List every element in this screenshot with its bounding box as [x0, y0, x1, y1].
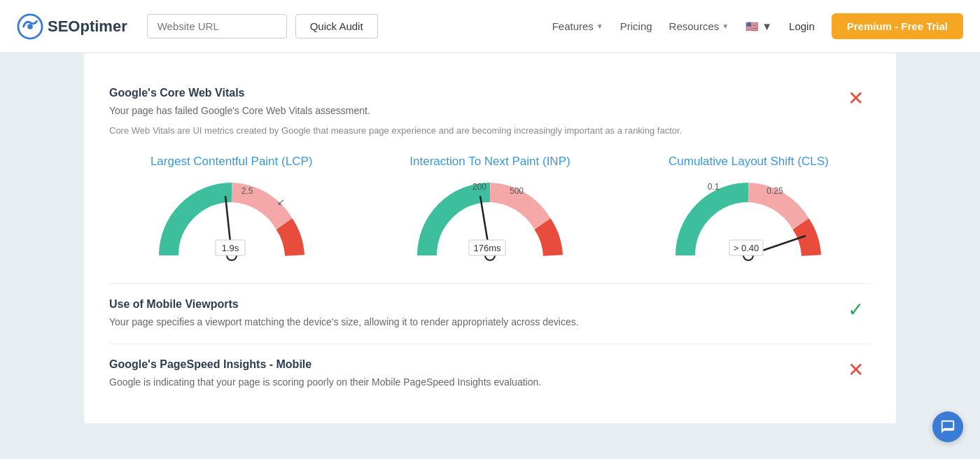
mobile-viewports-desc: Your page specifies a viewport matching …: [109, 315, 739, 330]
lcp-gauge-wrap: 2.5 1.9s ↙: [155, 178, 309, 269]
navbar: SEOptimer Quick Audit Features ▼ Pricing…: [0, 0, 980, 53]
svg-text:0.1: 0.1: [708, 182, 720, 192]
core-web-vitals-status-icon: ✕: [848, 87, 864, 110]
svg-text:176ms: 176ms: [473, 243, 501, 253]
mobile-viewports-status-icon: ✓: [848, 298, 864, 321]
svg-text:↙: ↙: [277, 197, 285, 207]
sidebar-right: [938, 53, 980, 423]
main-content: ✕ Google's Core Web Vitals Your page has…: [42, 53, 938, 423]
pagespeed-mobile-section: ✕ Google's PageSpeed Insights - Mobile G…: [109, 344, 871, 404]
inp-gauge: Interaction To Next Paint (INP) 200 500: [368, 155, 612, 269]
inp-title: Interaction To Next Paint (INP): [410, 155, 570, 169]
lcp-gauge: Largest Contentful Paint (LCP): [109, 155, 354, 269]
svg-text:1.9s: 1.9s: [221, 243, 239, 253]
url-input[interactable]: [147, 14, 287, 38]
flag-icon: 🇺🇸: [746, 20, 759, 33]
nav-pricing[interactable]: Pricing: [620, 20, 652, 32]
core-web-vitals-desc: Your page has failed Google's Core Web V…: [109, 104, 739, 118]
quick-audit-button[interactable]: Quick Audit: [295, 14, 378, 38]
features-chevron-icon: ▼: [596, 22, 603, 30]
sidebar: [0, 53, 42, 423]
lcp-gauge-svg: 2.5 1.9s ↙: [155, 178, 309, 269]
nav-features[interactable]: Features ▼: [552, 20, 603, 32]
logo[interactable]: SEOptimer: [17, 13, 127, 40]
svg-point-1: [27, 24, 33, 29]
login-link[interactable]: Login: [789, 20, 815, 32]
svg-text:0.25: 0.25: [767, 186, 784, 196]
gauges-row: Largest Contentful Paint (LCP): [109, 155, 871, 269]
language-selector[interactable]: 🇺🇸 ▼: [746, 20, 772, 33]
pagespeed-mobile-title: Google's PageSpeed Insights - Mobile: [109, 358, 871, 371]
nav-resources[interactable]: Resources ▼: [669, 20, 729, 32]
inp-gauge-wrap: 200 500 176ms: [413, 178, 567, 269]
cls-gauge-svg: 0.1 0.25 > 0.40: [671, 178, 825, 269]
svg-text:500: 500: [510, 186, 524, 196]
cls-gauge: Cumulative Layout Shift (CLS) 0.1 0.25: [626, 155, 871, 269]
core-web-vitals-section: ✕ Google's Core Web Vitals Your page has…: [109, 73, 871, 284]
svg-text:200: 200: [472, 182, 486, 192]
core-web-vitals-title: Google's Core Web Vitals: [109, 87, 871, 99]
logo-text: SEOptimer: [48, 17, 127, 36]
svg-text:> 0.40: > 0.40: [734, 243, 760, 253]
cls-title: Cumulative Layout Shift (CLS): [668, 155, 829, 169]
flag-chevron-icon: ▼: [762, 20, 772, 32]
cls-gauge-wrap: 0.1 0.25 > 0.40: [671, 178, 825, 269]
pagespeed-mobile-desc: Google is indicating that your page is s…: [109, 375, 739, 390]
mobile-viewports-title: Use of Mobile Viewports: [109, 298, 871, 311]
resources-chevron-icon: ▼: [722, 22, 729, 30]
mobile-viewports-section: ✓ Use of Mobile Viewports Your page spec…: [109, 284, 871, 344]
premium-button[interactable]: Premium - Free Trial: [832, 13, 963, 39]
content-area: ✕ Google's Core Web Vitals Your page has…: [84, 53, 896, 423]
page-wrapper: ✕ Google's Core Web Vitals Your page has…: [0, 53, 980, 423]
nav-links: Features ▼ Pricing Resources ▼ 🇺🇸 ▼ Logi…: [552, 13, 963, 39]
pagespeed-mobile-status-icon: ✕: [848, 358, 864, 381]
inp-gauge-svg: 200 500 176ms: [413, 178, 567, 269]
chat-icon: [940, 419, 955, 423]
logo-icon: [17, 13, 43, 40]
lcp-title: Largest Contentful Paint (LCP): [150, 155, 313, 169]
svg-text:2.5: 2.5: [241, 186, 253, 196]
core-web-vitals-desc2: Core Web Vitals are UI metrics created b…: [109, 124, 871, 138]
